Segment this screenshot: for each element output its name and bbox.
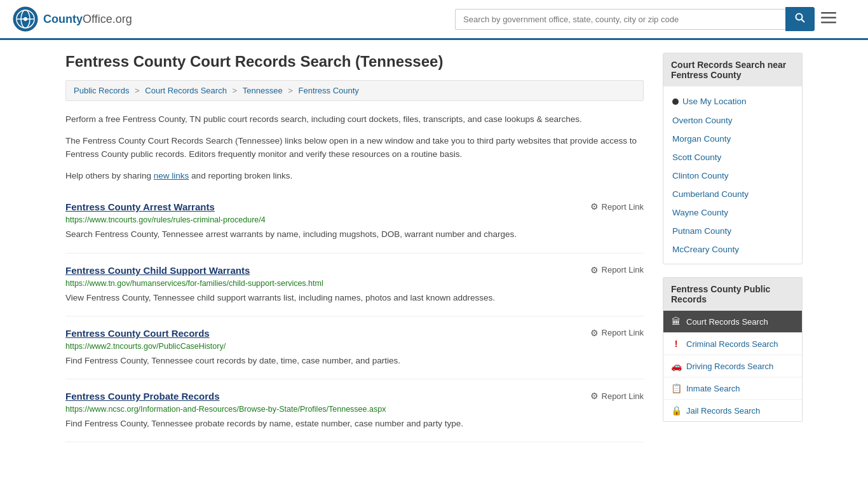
nearby-items: Use My Location Overton CountyMorgan Cou… — [663, 86, 802, 264]
nearby-county-link-4[interactable]: Cumberland County — [672, 189, 749, 199]
public-records-item-0[interactable]: 🏛Court Records Search — [663, 311, 802, 333]
nearby-county-6[interactable]: Putnam County — [663, 222, 802, 240]
nearby-county-5[interactable]: Wayne County — [663, 203, 802, 222]
svg-rect-8 — [821, 17, 836, 19]
report-link-0[interactable]: ⚙ Report Link — [590, 201, 644, 212]
public-records-item-4[interactable]: 🔒Jail Records Search — [663, 400, 802, 421]
result-title-2[interactable]: Fentress County Court Records — [65, 328, 210, 339]
public-records-items: 🏛Court Records Search!Criminal Records S… — [663, 311, 802, 421]
svg-point-5 — [796, 14, 803, 20]
sidebar: Court Records Search near Fentress Count… — [663, 53, 803, 442]
result-desc-2: Find Fentress County, Tennessee court re… — [65, 355, 644, 367]
report-link-1[interactable]: ⚙ Report Link — [590, 265, 644, 275]
report-link-label-3: Report Link — [602, 391, 644, 401]
header: CountyOffice.org — [0, 0, 868, 40]
nearby-county-link-3[interactable]: Clinton County — [672, 171, 729, 180]
public-records-link-1[interactable]: Criminal Records Search — [686, 339, 778, 349]
report-link-3[interactable]: ⚙ Report Link — [590, 391, 644, 401]
description-3-post: and reporting broken links. — [189, 171, 292, 180]
result-item-0: Fentress County Arrest Warrants ⚙ Report… — [65, 190, 644, 253]
logo-county: County — [43, 13, 83, 25]
content-area: Fentress County Court Records Search (Te… — [65, 53, 644, 442]
report-link-icon-3: ⚙ — [590, 391, 599, 401]
result-header-0: Fentress County Arrest Warrants ⚙ Report… — [65, 201, 644, 212]
nearby-county-link-2[interactable]: Scott County — [672, 152, 721, 162]
nearby-county-3[interactable]: Clinton County — [663, 166, 802, 185]
logo-area: CountyOffice.org — [13, 6, 132, 32]
use-location-item[interactable]: Use My Location — [663, 92, 802, 111]
public-records-link-0[interactable]: Court Records Search — [686, 317, 768, 327]
search-area — [455, 7, 836, 31]
report-link-label-0: Report Link — [602, 202, 644, 212]
public-records-item-2[interactable]: 🚗Driving Records Search — [663, 355, 802, 377]
result-url-2[interactable]: https://www2.tncourts.gov/PublicCaseHist… — [65, 342, 644, 351]
result-url-3[interactable]: https://www.ncsc.org/Information-and-Res… — [65, 405, 644, 414]
court-icon: 🏛 — [672, 316, 681, 327]
result-item-3: Fentress County Probate Records ⚙ Report… — [65, 379, 644, 442]
result-desc-3: Find Fentress County, Tennessee probate … — [65, 417, 644, 430]
search-button[interactable] — [785, 7, 815, 31]
report-link-icon-2: ⚙ — [590, 328, 599, 338]
result-url-0[interactable]: https://www.tncourts.gov/rules/rules-cri… — [65, 215, 644, 224]
report-link-label-2: Report Link — [602, 328, 644, 337]
result-item-2: Fentress County Court Records ⚙ Report L… — [65, 316, 644, 379]
result-desc-1: View Fentress County, Tennessee child su… — [65, 292, 644, 304]
report-link-label-1: Report Link — [602, 265, 644, 274]
result-title-3[interactable]: Fentress County Probate Records — [65, 391, 220, 402]
description-3: Help others by sharing new links and rep… — [65, 169, 644, 183]
nearby-county-1[interactable]: Morgan County — [663, 130, 802, 148]
svg-point-4 — [24, 17, 27, 21]
nearby-title: Court Records Search near Fentress Count… — [663, 53, 802, 86]
nearby-county-link-7[interactable]: McCreary County — [672, 245, 739, 254]
nearby-county-0[interactable]: Overton County — [663, 111, 802, 130]
logo-office: Office.org — [83, 13, 132, 25]
breadcrumb-court-records[interactable]: Court Records Search — [145, 86, 227, 95]
description-2: The Fentress County Court Records Search… — [65, 134, 644, 161]
breadcrumb-tennessee[interactable]: Tennessee — [243, 86, 283, 95]
result-title-1[interactable]: Fentress County Child Support Warrants — [65, 265, 250, 276]
public-records-link-4[interactable]: Jail Records Search — [686, 406, 760, 416]
public-records-section: Fentress County Public Records 🏛Court Re… — [663, 277, 803, 422]
svg-line-6 — [802, 20, 805, 23]
breadcrumb-separator-3: > — [288, 86, 295, 95]
breadcrumb-fentress[interactable]: Fentress County — [298, 86, 358, 95]
nearby-county-2[interactable]: Scott County — [663, 148, 802, 166]
public-records-title: Fentress County Public Records — [663, 278, 802, 311]
breadcrumb-public-records[interactable]: Public Records — [74, 86, 129, 95]
report-link-2[interactable]: ⚙ Report Link — [590, 328, 644, 338]
breadcrumb-separator-2: > — [233, 86, 240, 95]
description-area: Perform a free Fentress County, TN publi… — [65, 112, 644, 182]
public-records-link-2[interactable]: Driving Records Search — [686, 362, 773, 371]
public-records-item-1[interactable]: !Criminal Records Search — [663, 333, 802, 355]
nearby-county-link-1[interactable]: Morgan County — [672, 134, 731, 144]
result-header-3: Fentress County Probate Records ⚙ Report… — [65, 391, 644, 402]
breadcrumb: Public Records > Court Records Search > … — [65, 80, 644, 101]
main-container: Fentress County Court Records Search (Te… — [53, 40, 815, 455]
nearby-section: Court Records Search near Fentress Count… — [663, 53, 803, 264]
report-link-icon-1: ⚙ — [590, 265, 599, 275]
result-title-0[interactable]: Fentress County Arrest Warrants — [65, 201, 215, 212]
public-records-item-3[interactable]: 📋Inmate Search — [663, 377, 802, 400]
nearby-county-link-0[interactable]: Overton County — [672, 116, 733, 125]
new-links-link[interactable]: new links — [154, 171, 189, 180]
nearby-county-7[interactable]: McCreary County — [663, 240, 802, 259]
svg-rect-9 — [821, 22, 836, 24]
public-records-link-3[interactable]: Inmate Search — [686, 384, 740, 393]
location-dot-icon — [672, 98, 679, 105]
page-title: Fentress County Court Records Search (Te… — [65, 53, 644, 71]
criminal-icon: ! — [675, 339, 678, 349]
search-input[interactable] — [455, 9, 785, 30]
result-desc-0: Search Fentress County, Tennessee arrest… — [65, 228, 644, 241]
hamburger-menu-icon[interactable] — [821, 11, 836, 27]
logo-icon — [13, 6, 38, 32]
nearby-county-link-6[interactable]: Putnam County — [672, 226, 731, 236]
nearby-county-link-5[interactable]: Wayne County — [672, 208, 728, 217]
result-header-2: Fentress County Court Records ⚙ Report L… — [65, 328, 644, 339]
breadcrumb-separator-1: > — [135, 86, 142, 95]
description-1: Perform a free Fentress County, TN publi… — [65, 112, 644, 126]
result-header-1: Fentress County Child Support Warrants ⚙… — [65, 265, 644, 276]
nearby-county-4[interactable]: Cumberland County — [663, 185, 802, 203]
report-link-icon-0: ⚙ — [590, 201, 599, 212]
result-url-1[interactable]: https://www.tn.gov/humanservices/for-fam… — [65, 279, 644, 288]
inmate-icon: 📋 — [671, 383, 682, 393]
